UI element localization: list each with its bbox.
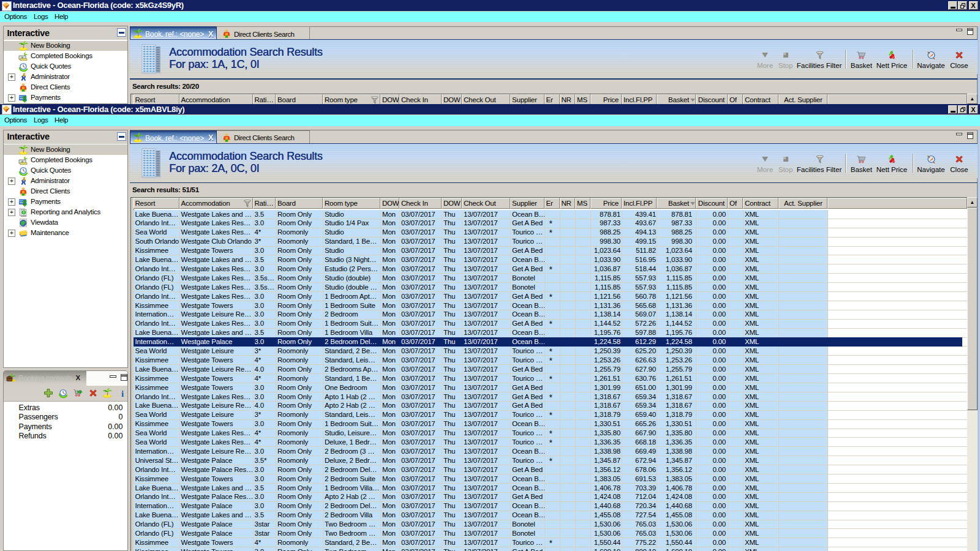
svg-text:i: i [121,389,123,399]
